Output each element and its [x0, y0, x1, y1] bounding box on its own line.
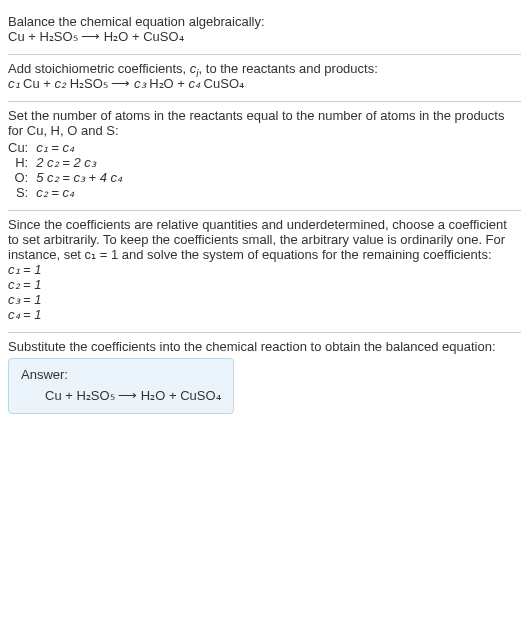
solution-line: c₃ = 1: [8, 292, 521, 307]
balance-table: Cu: c₁ = c₄ H: 2 c₂ = 2 c₃ O: 5 c₂ = c₃ …: [8, 140, 128, 200]
answer-title: Answer:: [21, 367, 221, 382]
coeff-instruction: Add stoichiometric coefficients, ci, to …: [8, 61, 521, 76]
text: , to the reactants and products:: [199, 61, 378, 76]
element-equation: c₁ = c₄: [36, 140, 128, 155]
section-atom-balance: Set the number of atoms in the reactants…: [8, 102, 521, 210]
solution-line: c₄ = 1: [8, 307, 521, 322]
section-coefficients: Add stoichiometric coefficients, ci, to …: [8, 55, 521, 101]
text: Cu +: [20, 76, 55, 91]
element-equation: c₂ = c₄: [36, 185, 128, 200]
problem-statement: Balance the chemical equation algebraica…: [8, 14, 521, 29]
element-equation: 2 c₂ = 2 c₃: [36, 155, 128, 170]
text: H₂O +: [146, 76, 189, 91]
substitute-instruction: Substitute the coefficients into the che…: [8, 339, 521, 354]
balance-instruction: Set the number of atoms in the reactants…: [8, 108, 521, 138]
table-row: S: c₂ = c₄: [8, 185, 128, 200]
c4: c₄: [189, 76, 201, 91]
c1: c₁: [8, 76, 20, 91]
text: Add stoichiometric coefficients,: [8, 61, 190, 76]
element-label: Cu:: [8, 140, 36, 155]
solve-instruction: Since the coefficients are relative quan…: [8, 217, 521, 262]
answer-box: Answer: Cu + H₂SO₅ ⟶ H₂O + CuSO₄: [8, 358, 234, 414]
unbalanced-equation: Cu + H₂SO₅ ⟶ H₂O + CuSO₄: [8, 29, 521, 44]
coeff-equation: c₁ Cu + c₂ H₂SO₅ ⟶ c₃ H₂O + c₄ CuSO₄: [8, 76, 521, 91]
element-label: S:: [8, 185, 36, 200]
solution-line: c₂ = 1: [8, 277, 521, 292]
table-row: Cu: c₁ = c₄: [8, 140, 128, 155]
section-problem: Balance the chemical equation algebraica…: [8, 8, 521, 54]
text: H₂SO₅ ⟶: [66, 76, 134, 91]
element-equation: 5 c₂ = c₃ + 4 c₄: [36, 170, 128, 185]
table-row: H: 2 c₂ = 2 c₃: [8, 155, 128, 170]
c3: c₃: [134, 76, 146, 91]
element-label: O:: [8, 170, 36, 185]
table-row: O: 5 c₂ = c₃ + 4 c₄: [8, 170, 128, 185]
element-label: H:: [8, 155, 36, 170]
c2: c₂: [55, 76, 67, 91]
text: CuSO₄: [200, 76, 244, 91]
section-solve: Since the coefficients are relative quan…: [8, 211, 521, 332]
balanced-equation: Cu + H₂SO₅ ⟶ H₂O + CuSO₄: [21, 388, 221, 403]
solution-line: c₁ = 1: [8, 262, 521, 277]
section-answer: Substitute the coefficients into the che…: [8, 333, 521, 424]
